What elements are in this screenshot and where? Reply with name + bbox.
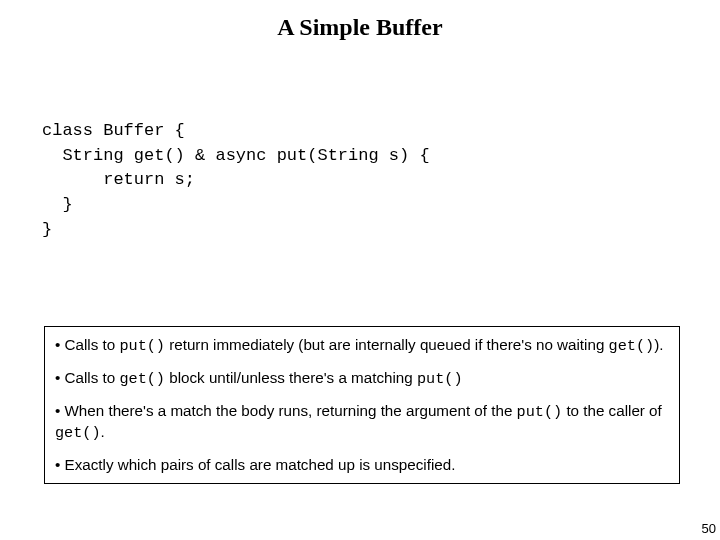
code-line: } xyxy=(42,220,52,239)
bullet-item: • Calls to put() return immediately (but… xyxy=(55,335,669,356)
bullet-text: block until/unless there's a matching xyxy=(165,369,417,386)
bullet-text: • Calls to xyxy=(55,369,119,386)
inline-code: put() xyxy=(517,403,563,421)
notes-box: • Calls to put() return immediately (but… xyxy=(44,326,680,484)
code-line: String get() & async put(String s) { xyxy=(42,146,430,165)
bullet-text: return immediately (but are internally q… xyxy=(165,336,609,353)
bullet-text: • When there's a match the body runs, re… xyxy=(55,402,517,419)
bullet-text: . xyxy=(101,423,105,440)
bullet-item: • When there's a match the body runs, re… xyxy=(55,401,669,443)
inline-code: get() xyxy=(119,370,165,388)
bullet-item: • Exactly which pairs of calls are match… xyxy=(55,455,669,475)
bullet-text: ). xyxy=(654,336,663,353)
inline-code: put() xyxy=(119,337,165,355)
code-line: class Buffer { xyxy=(42,121,185,140)
bullet-text: • Calls to xyxy=(55,336,119,353)
page-number: 50 xyxy=(702,521,716,536)
inline-code: get() xyxy=(55,424,101,442)
code-block: class Buffer { String get() & async put(… xyxy=(42,119,720,242)
slide-title: A Simple Buffer xyxy=(0,14,720,41)
inline-code: put() xyxy=(417,370,463,388)
code-line: } xyxy=(42,195,73,214)
bullet-text: • Exactly which pairs of calls are match… xyxy=(55,456,455,473)
bullet-text: to the caller of xyxy=(562,402,662,419)
inline-code: get() xyxy=(609,337,655,355)
bullet-item: • Calls to get() block until/unless ther… xyxy=(55,368,669,389)
code-line: return s; xyxy=(42,170,195,189)
